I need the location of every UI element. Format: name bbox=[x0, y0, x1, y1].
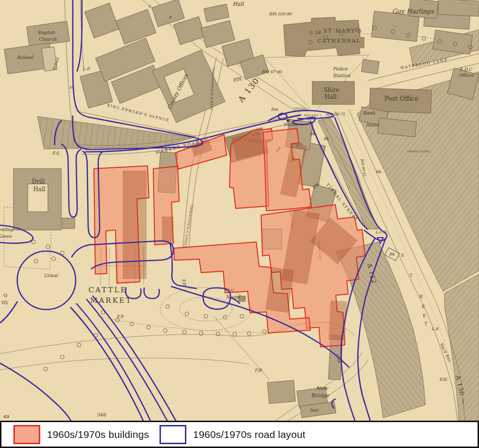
legend-swatch-buildings bbox=[13, 425, 40, 444]
map-label: Police bbox=[333, 66, 348, 71]
map-label: G. Yd. bbox=[308, 30, 321, 35]
map-label: T bbox=[410, 273, 412, 278]
map-label: Bridge bbox=[311, 392, 330, 399]
map-label: CATHEDRAL bbox=[317, 38, 361, 44]
map-label: Shire bbox=[324, 87, 340, 93]
map-label: 05 bbox=[2, 300, 8, 305]
map-label: 49 bbox=[3, 414, 10, 419]
map-label: Hotel bbox=[365, 122, 379, 127]
map-label: Hall bbox=[324, 93, 336, 100]
map-label: Hall bbox=[33, 186, 45, 193]
map-label: 348 bbox=[97, 412, 106, 417]
map-label: R.D.C bbox=[459, 67, 472, 72]
map-label: R bbox=[420, 294, 423, 299]
map-label: F.S. bbox=[52, 151, 60, 156]
map-label: Bank bbox=[363, 110, 376, 115]
map-label: Baptist bbox=[38, 30, 55, 35]
map-label: New bbox=[316, 385, 329, 391]
map-label: BM.100·96 bbox=[269, 11, 292, 16]
map-label: Bk. bbox=[323, 137, 330, 141]
map-label: Inn bbox=[271, 107, 278, 112]
map-label: Bk. bbox=[376, 170, 382, 174]
legend-label-road-layout: 1960s/1970s road layout bbox=[193, 429, 306, 440]
map-label: TINDAL bbox=[294, 107, 307, 110]
map-label: ST MARY'S bbox=[323, 28, 362, 34]
map-label: BM 97·90 bbox=[262, 69, 282, 74]
legend-label-buildings: 1960s/1970s buildings bbox=[47, 429, 149, 440]
map-canvas: HallBM.100·96ST MARY'SCATHEDRALG. Yd.Guy… bbox=[0, 0, 479, 421]
map-label: L.B. bbox=[83, 67, 91, 71]
legend-item-buildings: 1960s/1970s buildings bbox=[13, 422, 149, 447]
map-label: CATTLE bbox=[89, 286, 127, 294]
map-label: E bbox=[423, 313, 426, 318]
map-label: Station bbox=[333, 73, 351, 78]
map-svg: HallBM.100·96ST MARY'SCATHEDRALG. Yd.Guy… bbox=[0, 0, 479, 421]
map-label: T bbox=[148, 4, 151, 9]
map-label: P.H. bbox=[439, 377, 448, 382]
map-label: Guy Harlings bbox=[392, 8, 434, 15]
map-label: O bbox=[3, 293, 7, 298]
map-label: S bbox=[401, 253, 404, 258]
map-label: School bbox=[17, 55, 34, 60]
map-label: Church bbox=[39, 36, 57, 42]
map-label: CRANE COURT bbox=[407, 150, 430, 153]
map-label: Green bbox=[0, 234, 11, 239]
map-label: Bk. bbox=[389, 252, 395, 256]
map-label: L.B bbox=[432, 327, 439, 331]
map-label: F.P. bbox=[117, 314, 125, 319]
map-label: owling bbox=[0, 227, 13, 232]
map-label: Post Office bbox=[384, 95, 418, 102]
map-label: Inst. bbox=[310, 408, 320, 413]
map-label: Urinal bbox=[44, 273, 58, 278]
map-figure: HallBM.100·96ST MARY'SCATHEDRALG. Yd.Guy… bbox=[0, 0, 479, 448]
map-label: T bbox=[424, 322, 427, 326]
legend-bar: 1960s/1970s buildings 1960s/1970s road l… bbox=[0, 421, 479, 448]
map-label: F.B. bbox=[254, 368, 262, 373]
map-label: Drill bbox=[32, 178, 45, 185]
map-label: Offices bbox=[458, 73, 474, 78]
base-map bbox=[0, 0, 479, 421]
map-label: SQUARE bbox=[304, 114, 319, 117]
map-label: E bbox=[169, 15, 172, 20]
legend-swatch-road-layout bbox=[160, 425, 186, 444]
legend-item-road-layout: 1960s/1970s road layout bbox=[160, 422, 306, 447]
map-label: E bbox=[422, 304, 425, 309]
map-label: Hall bbox=[232, 1, 244, 7]
